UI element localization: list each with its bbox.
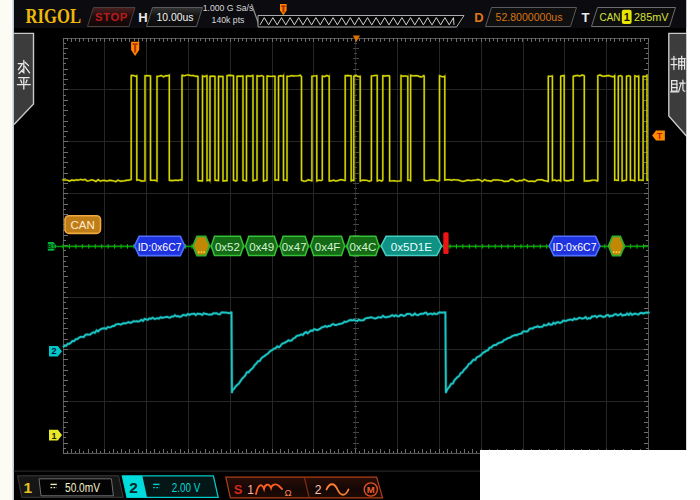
svg-text:2.00 V: 2.00 V (172, 481, 201, 495)
svg-text:ID:0x6C7: ID:0x6C7 (553, 240, 597, 253)
svg-text:1: 1 (51, 431, 56, 441)
svg-text:2: 2 (51, 346, 56, 356)
svg-text:Ω: Ω (284, 487, 291, 498)
svg-text:1: 1 (247, 483, 254, 497)
svg-text:10.00us: 10.00us (157, 10, 194, 23)
svg-text:0x47: 0x47 (282, 241, 307, 253)
svg-text:52.8000000us: 52.8000000us (496, 10, 563, 24)
svg-text:1: 1 (24, 479, 33, 496)
svg-text:B1: B1 (47, 243, 56, 250)
svg-text:STOP: STOP (95, 11, 128, 23)
svg-text:T: T (657, 131, 663, 141)
svg-text:50.0mV: 50.0mV (65, 481, 101, 495)
svg-text:...: ... (197, 244, 206, 255)
svg-text:H: H (138, 10, 147, 25)
svg-text:1: 1 (624, 11, 630, 23)
svg-text:0x5D1E: 0x5D1E (391, 240, 433, 253)
svg-text:CAN: CAN (600, 10, 621, 23)
svg-text:...: ... (612, 244, 621, 255)
svg-text:T: T (582, 10, 590, 25)
svg-text:0x4C: 0x4C (349, 241, 376, 253)
svg-text:285mV: 285mV (634, 10, 669, 23)
svg-text:0x52: 0x52 (215, 241, 240, 253)
svg-text:S: S (234, 482, 243, 497)
svg-text:2: 2 (315, 483, 322, 497)
svg-text:1.000 G Sa/s: 1.000 G Sa/s (203, 3, 254, 13)
svg-text:ID:0x6C7: ID:0x6C7 (138, 240, 182, 253)
svg-text:0x4F: 0x4F (315, 241, 341, 253)
svg-text:RIGOL: RIGOL (26, 5, 82, 27)
svg-text:M: M (367, 484, 375, 495)
svg-text:D: D (474, 10, 483, 25)
svg-text:0x49: 0x49 (249, 241, 274, 253)
svg-text:2: 2 (129, 479, 138, 496)
svg-text:CAN: CAN (71, 219, 95, 231)
svg-text:140k pts: 140k pts (212, 15, 245, 25)
